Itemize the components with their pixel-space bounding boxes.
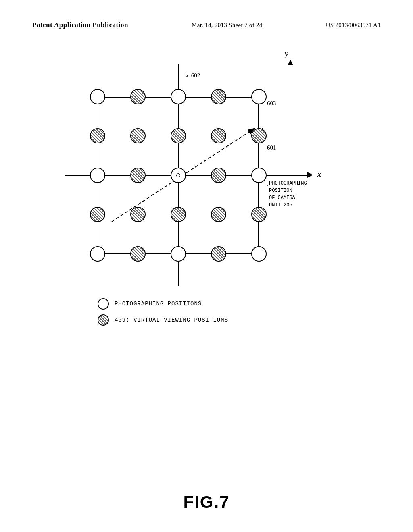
header: Patent Application Publication Mar. 14, …: [0, 21, 413, 29]
legend-item-1: PHOTOGRAPHING POSITIONS: [98, 298, 228, 310]
circle-r1c1: [90, 89, 105, 104]
camera-label-line2: POSITION: [269, 187, 307, 194]
legend-text-2: 409: VIRTUAL VIEWING POSITIONS: [115, 317, 228, 323]
circle-r2c1: [90, 128, 105, 143]
circle-r3c5: [251, 168, 267, 183]
patent-publication-label: Patent Application Publication: [32, 21, 128, 29]
camera-position-label: PHOTOGRAPHING POSITION OF CAMERA UNIT 20…: [269, 180, 307, 209]
circle-r3c2: [130, 168, 146, 183]
circles-grid: [98, 97, 259, 254]
ref-603: 603: [267, 100, 276, 107]
figure-area: y x ↳ 602 603 601 z PHOTOGRAPHING POSITI…: [65, 56, 348, 314]
patent-number-label: US 2013/0063571 A1: [326, 22, 381, 29]
camera-label-line4: UNIT 205: [269, 202, 307, 209]
circle-r4c1: [90, 207, 105, 222]
date-sheet-label: Mar. 14, 2013 Sheet 7 of 24: [192, 22, 263, 29]
circle-r1c2: [130, 89, 146, 104]
circle-r5c1: [90, 246, 105, 262]
ref-602-curve: ↳ 602: [184, 72, 200, 79]
legend-hatched-circle: [98, 314, 109, 326]
circle-r4c2: [130, 207, 146, 222]
circle-r4c5: [251, 207, 267, 222]
circle-r5c3: [171, 246, 186, 262]
x-axis-arrow: [307, 172, 313, 178]
circle-r3c4: [211, 168, 226, 183]
circle-r2c2: [130, 128, 146, 143]
legend-text-1: PHOTOGRAPHING POSITIONS: [115, 301, 202, 307]
circle-r5c4: [211, 246, 226, 262]
camera-label-line3: OF CAMERA: [269, 194, 307, 202]
circle-r2c4: [211, 128, 226, 143]
legend-item-2: 409: VIRTUAL VIEWING POSITIONS: [98, 314, 228, 326]
circle-r2c3: [171, 128, 186, 143]
y-axis-label: y: [285, 49, 288, 58]
circle-r5c5: [251, 246, 267, 262]
legend-open-circle: [98, 298, 109, 310]
ref-601: 601: [267, 144, 276, 151]
circle-r1c5: [251, 89, 267, 104]
circle-r4c3: [171, 207, 186, 222]
coordinate-diagram: y x ↳ 602 603 601 z PHOTOGRAPHING POSITI…: [65, 64, 348, 314]
camera-label-line1: PHOTOGRAPHING: [269, 180, 307, 187]
x-axis-label: x: [317, 170, 321, 179]
y-axis-arrow: [288, 60, 293, 65]
legend: PHOTOGRAPHING POSITIONS 409: VIRTUAL VIE…: [98, 298, 228, 330]
circle-r1c4: [211, 89, 226, 104]
circle-r5c2: [130, 246, 146, 262]
circle-r2c5: [251, 128, 267, 143]
figure-label: FIG.7: [183, 493, 229, 512]
circle-r3c3-center: [171, 168, 186, 183]
circle-r3c1: [90, 168, 105, 183]
circle-r1c3: [171, 89, 186, 104]
circle-r4c4: [211, 207, 226, 222]
